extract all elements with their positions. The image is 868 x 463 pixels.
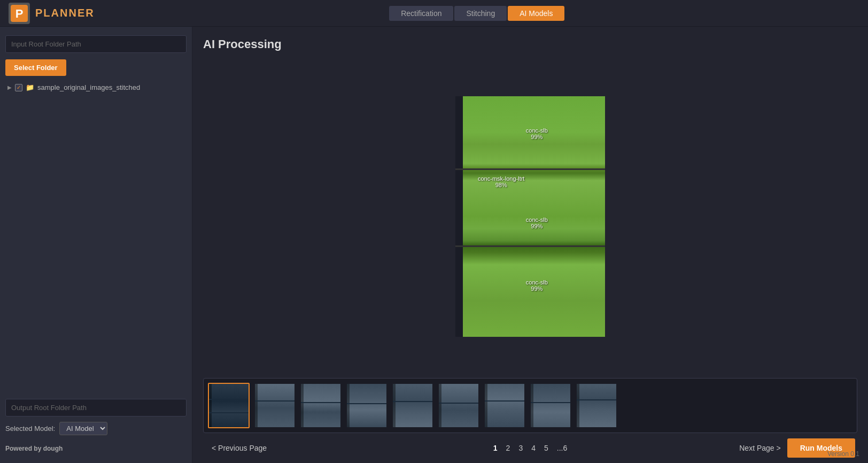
sidebar: Select Folder ▶ 📁 sample_original_images… — [0, 27, 192, 463]
version-info: Version 0.1 — [827, 450, 859, 458]
thumbnail-5[interactable] — [392, 383, 433, 428]
thumb-divider-8 — [531, 402, 570, 403]
det4-confidence: 99% — [526, 285, 548, 292]
thumb-left-strip-4 — [347, 384, 350, 427]
footer-brand: dough — [43, 445, 63, 452]
thumbnail-9[interactable] — [576, 383, 617, 428]
pagination-right: Next Page > Run Models — [570, 438, 855, 458]
page-title: AI Processing — [203, 37, 857, 51]
page-num-4[interactable]: 4 — [528, 442, 539, 454]
logo-area: P PLANNER — [9, 3, 95, 24]
select-folder-button[interactable]: Select Folder — [5, 59, 66, 76]
nav-tabs: Rectification Stitching AI Models — [389, 6, 564, 21]
thumb-divider-4 — [347, 403, 386, 404]
page-num-5[interactable]: 5 — [541, 442, 552, 454]
app-logo: P — [9, 3, 30, 24]
selected-model-label: Selected Model: — [5, 425, 55, 433]
folder-tree: ▶ 📁 sample_original_images_stitched — [5, 80, 187, 95]
thumbnail-6[interactable] — [438, 383, 479, 428]
prev-page-button[interactable]: < Previous Page — [205, 441, 273, 456]
sidebar-footer: Powered by dough — [5, 439, 187, 454]
app-title: PLANNER — [35, 7, 95, 19]
det2-confidence: 98% — [478, 182, 524, 188]
det1-confidence: 99% — [526, 134, 548, 140]
main-image-container: conc-slb 99% conc-msk-long-ltrt 98% conc… — [455, 96, 605, 337]
selected-model-row: Selected Model: AI Model — [5, 422, 187, 435]
pagination-center: 1 2 3 4 5 ...6 — [490, 442, 570, 454]
footer-powered-text: Powered by — [5, 445, 43, 452]
folder-checkbox[interactable] — [15, 84, 22, 91]
thumb-left-strip-2 — [255, 384, 258, 427]
thumbnail-1[interactable] — [208, 383, 250, 428]
tab-rectification[interactable]: Rectification — [389, 6, 453, 21]
thumb-divider-5 — [393, 401, 432, 402]
thumb-divider-7 — [485, 400, 524, 402]
svg-text:P: P — [15, 7, 24, 20]
thumb-divider-bot-1 — [209, 412, 249, 413]
thumb-img-9 — [577, 384, 616, 427]
tree-expand-arrow: ▶ — [7, 84, 12, 90]
thumb-divider-3 — [301, 402, 340, 403]
tab-stitching[interactable]: Stitching — [454, 6, 507, 21]
folder-name: sample_original_images_stitched — [37, 83, 140, 91]
thumb-img-3 — [301, 384, 340, 427]
detection-label-2: conc-msk-long-ltrt 98% — [478, 175, 524, 188]
thumb-left-strip-7 — [485, 384, 487, 427]
img-divider-2 — [455, 245, 605, 247]
thumb-img-2 — [255, 384, 294, 427]
page-num-3[interactable]: 3 — [515, 442, 526, 454]
img-divider-1 — [455, 168, 605, 170]
thumbnail-3[interactable] — [300, 383, 342, 428]
thumbnail-8[interactable] — [530, 383, 571, 428]
page-num-1[interactable]: 1 — [490, 442, 501, 454]
detection-label-4: conc-slb 99% — [526, 279, 548, 292]
thumb-left-strip-9 — [577, 384, 579, 427]
output-section: Selected Model: AI Model — [5, 399, 187, 435]
model-dropdown[interactable]: AI Model — [59, 422, 107, 435]
det4-label: conc-slb — [526, 279, 548, 285]
thumb-img-1 — [209, 384, 249, 427]
thumb-img-4 — [347, 384, 386, 427]
page-num-ellipsis[interactable]: ...6 — [554, 442, 570, 454]
pagination-left: < Previous Page — [205, 441, 490, 456]
det1-label: conc-slb — [526, 127, 548, 134]
thumb-left-strip-8 — [531, 384, 533, 427]
det3-confidence: 99% — [526, 223, 548, 229]
folder-tree-item[interactable]: ▶ 📁 sample_original_images_stitched — [7, 83, 184, 91]
sidebar-spacer — [5, 99, 187, 390]
main-image: conc-slb 99% conc-msk-long-ltrt 98% conc… — [455, 96, 605, 337]
input-root-folder-path[interactable] — [5, 35, 187, 53]
detection-label-3: conc-slb 99% — [526, 217, 548, 229]
thumb-left-strip-1 — [209, 384, 212, 427]
thumbnail-7[interactable] — [484, 383, 525, 428]
folder-icon: 📁 — [26, 83, 34, 91]
detection-label-1: conc-slb 99% — [526, 127, 548, 140]
image-viewer: conc-slb 99% conc-msk-long-ltrt 98% conc… — [203, 60, 857, 373]
img-left-strip — [455, 96, 463, 337]
thumb-img-5 — [393, 384, 432, 427]
header: P PLANNER Rectification Stitching AI Mod… — [0, 0, 868, 27]
pagination-row: < Previous Page 1 2 3 4 5 ...6 Next Page… — [203, 438, 857, 458]
thumb-img-8 — [531, 384, 570, 427]
thumb-left-strip-5 — [393, 384, 396, 427]
page-num-2[interactable]: 2 — [503, 442, 514, 454]
tab-ai-models[interactable]: AI Models — [508, 6, 564, 21]
det3-label: conc-slb — [526, 217, 548, 223]
thumb-divider-2 — [255, 400, 294, 402]
next-page-button[interactable]: Next Page > — [733, 438, 787, 458]
thumb-left-strip-6 — [439, 384, 441, 427]
main-content: AI Processing conc-slb 99% conc-msk-long… — [192, 27, 868, 463]
thumbnail-2[interactable] — [254, 383, 296, 428]
thumb-divider-6 — [439, 403, 478, 404]
det2-label: conc-msk-long-ltrt — [478, 175, 524, 182]
thumb-img-6 — [439, 384, 478, 427]
output-root-folder-path[interactable] — [5, 399, 187, 416]
thumbnail-strip — [203, 378, 857, 433]
thumbnail-4[interactable] — [346, 383, 387, 428]
thumb-divider-9 — [577, 399, 616, 400]
main-layout: Select Folder ▶ 📁 sample_original_images… — [0, 27, 868, 463]
thumb-img-7 — [485, 384, 524, 427]
thumb-divider-top-1 — [209, 399, 249, 400]
thumb-left-strip-3 — [301, 384, 304, 427]
